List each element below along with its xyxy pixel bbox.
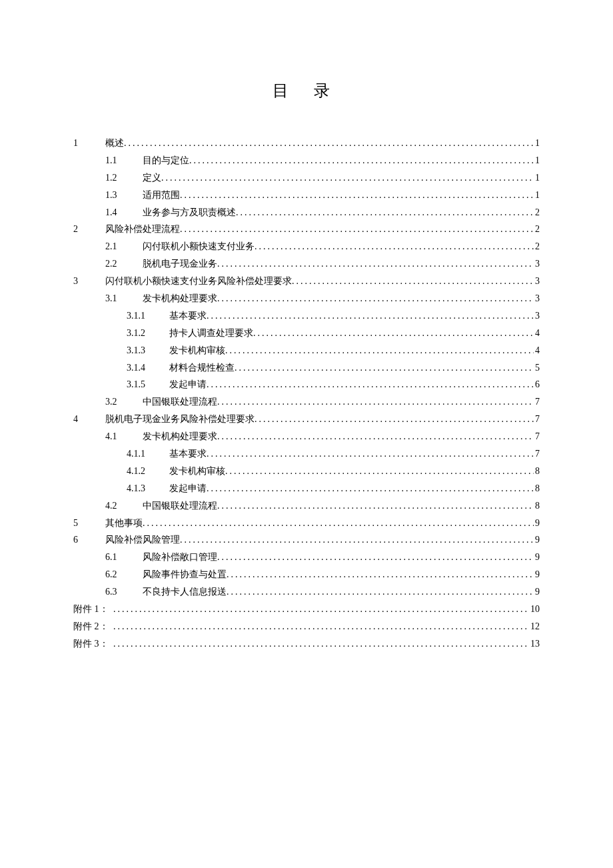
toc-entry-title: 目的与定位: [143, 152, 189, 169]
toc-entry-page: 8: [534, 463, 540, 480]
toc-entry-title: 发卡机构审核: [169, 342, 225, 359]
toc-entry-title: 发卡机构处理要求: [143, 290, 217, 307]
toc-entry: 3.1.2持卡人调查处理要求4: [73, 325, 540, 342]
toc-entry: 3.1.5发起申请6: [73, 376, 540, 393]
toc-entry: 5其他事项9: [73, 515, 540, 532]
toc-leader-dots: [217, 497, 534, 515]
toc-leader-dots: [217, 393, 534, 411]
toc-entry-page: 3: [534, 290, 540, 307]
toc-entry-page: 2: [534, 238, 540, 255]
toc-entry: 1概述1: [73, 135, 540, 152]
toc-entry-page: 9: [534, 549, 540, 566]
toc-entry-number: 3.1.3: [127, 342, 169, 359]
toc-entry: 3.2中国银联处理流程7: [73, 393, 540, 411]
toc-entry-number: 附件 1：: [73, 601, 113, 618]
toc-entry-title: 中国银联处理流程: [143, 497, 217, 515]
toc-entry: 1.2定义1: [73, 169, 540, 187]
toc-entry-page: 12: [529, 618, 540, 635]
toc-entry: 6.2风险事件协查与处置9: [73, 566, 540, 583]
toc-entry-title: 风险补偿风险管理: [105, 531, 180, 549]
toc-entry-page: 1: [534, 169, 540, 187]
toc-leader-dots: [161, 169, 534, 187]
toc-entry-number: 4.1: [105, 428, 143, 445]
document-page: 目 录 1概述11.1目的与定位11.2定义11.3适用范围11.4业务参与方及…: [0, 0, 613, 653]
toc-entry-page: 9: [534, 566, 540, 583]
toc-leader-dots: [207, 376, 534, 393]
toc-entry-page: 7: [534, 411, 540, 428]
toc-leader-dots: [207, 445, 534, 463]
toc-entry-number: 2: [73, 221, 105, 238]
toc-entry-number: 3.1.4: [127, 359, 169, 377]
toc-leader-dots: [225, 342, 534, 359]
toc-entry: 4.1.1基本要求7: [73, 445, 540, 463]
toc-leader-dots: [180, 531, 534, 549]
toc-leader-dots: [143, 515, 534, 532]
toc-entry-number: 6.3: [105, 583, 143, 601]
toc-entry-number: 3.1.1: [127, 307, 169, 325]
toc-entry-title: 发卡机构处理要求: [143, 428, 217, 445]
toc-entry-title: 发卡机构审核: [169, 463, 225, 480]
toc-entry-page: 1: [534, 187, 540, 204]
toc-entry-number: 4.1.3: [127, 480, 169, 497]
toc-entry-page: 8: [534, 480, 540, 497]
toc-entry: 4.1发卡机构处理要求7: [73, 428, 540, 445]
toc-leader-dots: [253, 325, 534, 342]
toc-entry-page: 5: [534, 359, 540, 377]
toc-entry-page: 7: [534, 393, 540, 411]
toc-entry: 2.2脱机电子现金业务3: [73, 255, 540, 273]
toc-entry-number: 附件 3：: [73, 635, 113, 653]
toc-entry-page: 3: [534, 273, 540, 290]
toc-leader-dots: [180, 187, 534, 204]
toc-entry-title: 发起申请: [169, 376, 207, 393]
toc-entry: 附件 1：10: [73, 601, 540, 618]
toc-entry-number: 6.1: [105, 549, 143, 566]
toc-entry: 6.3不良持卡人信息报送9: [73, 583, 540, 601]
toc-entry-title: 材料合规性检查: [169, 359, 235, 377]
toc-entry: 3.1.4材料合规性检查5: [73, 359, 540, 377]
toc-entry-number: 1.3: [105, 187, 143, 204]
toc-entry-title: 中国银联处理流程: [143, 393, 217, 411]
toc-entry-title: 发起申请: [169, 480, 207, 497]
toc-entry-number: 6: [73, 531, 105, 549]
toc-entry: 附件 3：13: [73, 635, 540, 653]
toc-entry-page: 6: [534, 376, 540, 393]
toc-entry-title: 业务参与方及职责概述: [143, 204, 236, 221]
toc-entry-title: 风险事件协查与处置: [143, 566, 227, 583]
toc-entry: 3.1发卡机构处理要求3: [73, 290, 540, 307]
toc-entry-number: 3.1: [105, 290, 143, 307]
toc-entry-title: 风险补偿处理流程: [105, 221, 180, 238]
toc-entry-number: 1.2: [105, 169, 143, 187]
toc-entry-title: 风险补偿敞口管理: [143, 549, 217, 566]
toc-body: 1概述11.1目的与定位11.2定义11.3适用范围11.4业务参与方及职责概述…: [73, 135, 540, 653]
toc-entry: 2.1闪付联机小额快速支付业务2: [73, 238, 540, 255]
toc-entry-page: 13: [529, 635, 540, 653]
toc-entry-page: 7: [534, 428, 540, 445]
toc-leader-dots: [255, 238, 534, 255]
toc-leader-dots: [235, 359, 534, 377]
toc-entry-title: 脱机电子现金业务风险补偿处理要求: [105, 411, 255, 428]
toc-leader-dots: [207, 307, 534, 325]
toc-entry: 1.3适用范围1: [73, 187, 540, 204]
toc-entry: 4脱机电子现金业务风险补偿处理要求7: [73, 411, 540, 428]
toc-entry-number: 4.1.2: [127, 463, 169, 480]
toc-entry-number: 6.2: [105, 566, 143, 583]
toc-leader-dots: [124, 135, 534, 152]
toc-leader-dots: [292, 273, 534, 290]
toc-entry-page: 4: [534, 325, 540, 342]
toc-leader-dots: [225, 463, 534, 480]
toc-entry: 附件 2：12: [73, 618, 540, 635]
toc-entry-number: 3.1.5: [127, 376, 169, 393]
toc-entry-number: 2.1: [105, 238, 143, 255]
toc-title: 目 录: [73, 80, 540, 101]
toc-leader-dots: [217, 290, 534, 307]
toc-entry: 1.1目的与定位1: [73, 152, 540, 169]
toc-entry-number: 2.2: [105, 255, 143, 273]
toc-entry-number: 4.1.1: [127, 445, 169, 463]
toc-leader-dots: [227, 566, 534, 583]
toc-entry: 1.4业务参与方及职责概述2: [73, 204, 540, 221]
toc-entry-title: 闪付联机小额快速支付业务风险补偿处理要求: [105, 273, 292, 290]
toc-leader-dots: [180, 221, 534, 238]
toc-entry-title: 适用范围: [143, 187, 180, 204]
toc-entry-number: 1.4: [105, 204, 143, 221]
toc-leader-dots: [113, 618, 529, 635]
